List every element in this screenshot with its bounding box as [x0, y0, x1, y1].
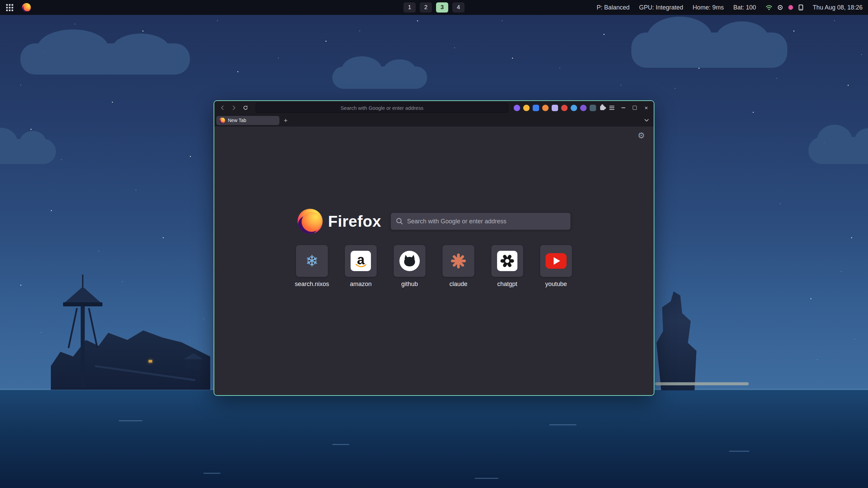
shortcut-label: claude [449, 281, 467, 288]
maximize-icon [633, 106, 637, 110]
extension-icon[interactable] [580, 105, 587, 111]
firefox-wordmark: Firefox [328, 212, 381, 230]
extension-icon[interactable] [571, 105, 577, 111]
reload-icon [243, 105, 248, 110]
newtab-search-input[interactable] [391, 213, 570, 230]
hue-light-icon[interactable] [788, 5, 793, 10]
tab-strip: New Tab + [214, 115, 654, 126]
new-tab-button[interactable]: + [281, 116, 290, 125]
extension-icon[interactable] [552, 105, 558, 111]
shortcut-tiles: ❄ search.nixos a amazon [296, 245, 572, 288]
reload-button[interactable] [241, 104, 250, 111]
shortcut-label: youtube [545, 281, 567, 288]
tab-new-tab[interactable]: New Tab [216, 116, 279, 125]
window-controls: × [620, 105, 650, 110]
back-icon [220, 105, 225, 110]
claude-starburst-icon [450, 252, 467, 270]
firefox-logo [298, 209, 323, 234]
forward-button[interactable] [229, 104, 239, 111]
workspace-button-4[interactable]: 4 [452, 2, 465, 13]
home-latency-status[interactable]: Home: 9ms [693, 4, 724, 11]
tile [540, 245, 572, 277]
workspace-button-3[interactable]: 3 [436, 2, 448, 13]
cloud [808, 137, 868, 164]
search-icon [396, 218, 403, 225]
extension-icon[interactable] [590, 105, 596, 111]
workspace-button-2[interactable]: 2 [420, 2, 432, 13]
wallpaper-sand [655, 382, 749, 385]
shortcut-label: amazon [350, 281, 372, 288]
island-light [149, 360, 152, 363]
topbar-right: P: Balanced GPU: Integrated Home: 9ms Ba… [597, 4, 868, 11]
tile [442, 245, 474, 277]
gear-icon: ⚙ [637, 131, 645, 140]
shortcut-youtube[interactable]: youtube [540, 245, 572, 288]
openai-knot [500, 253, 515, 268]
watchtower-leg [68, 308, 78, 348]
shortcut-chatgpt[interactable]: chatgpt [491, 245, 523, 288]
amazon-smile-icon [355, 264, 367, 268]
tile: a [345, 245, 377, 277]
tab-title: New Tab [228, 118, 246, 123]
extension-icon[interactable] [561, 105, 568, 111]
new-tab-page: ⚙ Firefox ❄ search.nixos [214, 126, 654, 395]
cloud [631, 33, 787, 68]
tray-icons [766, 4, 803, 11]
tile [491, 245, 523, 277]
shortcut-label: chatgpt [497, 281, 517, 288]
extension-icon[interactable] [523, 105, 530, 111]
amazon-icon: a [351, 251, 371, 271]
extension-icon[interactable] [533, 105, 539, 111]
shortcut-amazon[interactable]: a amazon [345, 245, 377, 288]
minimize-button[interactable] [620, 105, 626, 110]
wave [332, 444, 349, 445]
battery-status[interactable]: Bat: 100 [733, 4, 756, 11]
apps-grid-icon [6, 4, 13, 11]
gpu-status[interactable]: GPU: Integrated [639, 4, 683, 11]
wave [119, 420, 142, 421]
github-octocat [403, 254, 416, 268]
close-button[interactable]: × [644, 105, 649, 110]
youtube-icon [546, 253, 567, 269]
shortcut-search-nixos[interactable]: ❄ search.nixos [296, 245, 328, 288]
personalize-gear-button[interactable]: ⚙ [635, 131, 647, 140]
firefox-launcher-button[interactable] [21, 2, 32, 13]
power-profile-status[interactable]: P: Balanced [597, 4, 630, 11]
extension-icon[interactable] [514, 105, 520, 111]
menu-hamburger-icon[interactable] [609, 105, 615, 110]
wifi-icon[interactable] [766, 4, 772, 11]
app-launcher-button[interactable] [5, 3, 15, 13]
newtab-hero: Firefox [298, 209, 571, 234]
nixos-snowflake-icon: ❄ [305, 253, 319, 269]
cloud [20, 43, 190, 75]
extension-icon[interactable] [542, 105, 549, 111]
shortcut-github[interactable]: github [394, 245, 426, 288]
cloud [0, 139, 56, 164]
status-circle-icon[interactable] [777, 5, 783, 10]
back-button[interactable] [218, 104, 227, 111]
watchtower-roof [65, 287, 100, 302]
newtab-searchbox [391, 213, 570, 230]
shortcut-label: search.nixos [295, 281, 329, 288]
extensions-puzzle-icon[interactable] [600, 106, 605, 110]
firefox-favicon [219, 118, 225, 123]
close-icon: × [645, 105, 648, 111]
clock[interactable]: Thu Aug 08, 18:26 [813, 4, 863, 11]
github-icon [399, 251, 420, 271]
url-bar[interactable] [256, 103, 508, 113]
watchtower-platform [63, 302, 102, 306]
play-triangle-icon [554, 257, 560, 265]
wallpaper-island [51, 271, 210, 390]
tile [394, 245, 426, 277]
firefox-icon [22, 3, 31, 12]
maximize-button[interactable] [632, 105, 637, 110]
list-all-tabs-button[interactable] [642, 117, 652, 123]
browser-toolbar: × [214, 101, 654, 115]
extension-toolbar [514, 105, 615, 111]
shortcut-claude[interactable]: claude [442, 245, 474, 288]
minimize-icon [622, 107, 625, 108]
wave [729, 451, 749, 452]
device-icon[interactable] [798, 4, 803, 11]
wave [549, 424, 576, 425]
workspace-button-1[interactable]: 1 [403, 2, 416, 13]
